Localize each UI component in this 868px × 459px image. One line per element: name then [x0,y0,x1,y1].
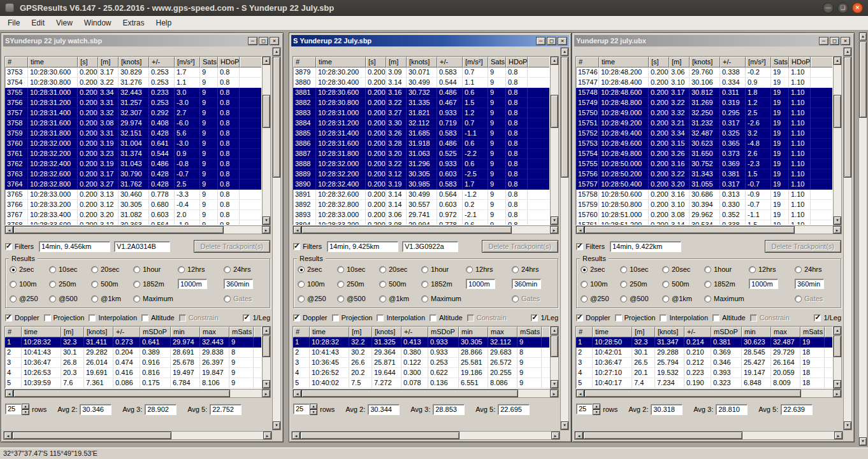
checkbox-constrain[interactable]: Constrain [179,314,219,321]
scrollbar-thumb[interactable] [551,335,558,357]
column-header[interactable]: max [200,327,229,337]
rows-spinner[interactable]: 25 ▲ ▼ [5,404,29,415]
column-header[interactable]: # [5,57,28,67]
radio-24hrs[interactable]: 24hrs [512,265,554,273]
result-row[interactable]: 410:27:1020.119.5320.2230.39319.14720.05… [576,368,832,378]
spinner-up-icon[interactable]: ▲ [593,404,600,409]
radio-12hrs[interactable]: 12hrs [466,265,512,273]
results-vertical-scrollbar[interactable]: ▲ ▼ [833,326,842,389]
radio-500[interactable]: @500 [620,295,662,302]
scroll-up-icon[interactable]: ▲ [859,32,867,41]
scroll-right-icon[interactable]: ► [551,432,560,439]
column-header[interactable]: [s] [78,57,98,67]
trackpoint-row[interactable]: 389410:28:33.2000.2003.0829.9940.7780.69… [293,220,549,225]
results-vertical-scrollbar[interactable]: ▲ ▼ [262,326,271,389]
column-header[interactable]: time [599,57,649,67]
result-row[interactable]: 110:28:5032.331.3470.2140.38130.62332.48… [576,337,832,348]
column-header[interactable]: HDoP [506,57,528,67]
trackpoint-horizontal-scrollbar[interactable]: ◄ ► [575,225,842,234]
scroll-right-icon[interactable]: ► [834,432,843,439]
window-horizontal-scrollbar[interactable]: ◄ ► [3,431,272,440]
window-horizontal-scrollbar[interactable]: ◄ ► [574,431,843,440]
scroll-right-icon[interactable]: ► [550,226,558,234]
spinner-down-icon[interactable]: ▼ [310,409,317,415]
radio-100m[interactable]: 100m [581,280,620,288]
scroll-down-icon[interactable]: ▼ [551,216,558,225]
scroll-up-icon[interactable]: ▲ [551,327,558,335]
radio-500[interactable]: @500 [49,295,91,302]
result-row[interactable]: 110:28:3232.331.4110.2730.64129.97432.44… [5,337,261,348]
distance-input[interactable]: 1000m [749,279,778,289]
column-header[interactable]: [knots] [372,327,401,337]
trackpoint-horizontal-scrollbar[interactable]: ◄ ► [293,225,559,234]
column-header[interactable]: time [593,327,632,337]
scroll-down-icon[interactable]: ▼ [263,216,270,225]
radio-20sec[interactable]: 20sec [91,265,133,273]
trackpoint-row[interactable]: 1574710:28:48.4000.2003.1030.1060.3340.9… [576,78,832,88]
scroll-down-icon[interactable]: ▼ [844,421,851,430]
checkbox-projection[interactable]: Projection [332,314,373,321]
scroll-right-icon[interactable]: ► [263,432,271,439]
column-header[interactable]: [m] [669,57,690,67]
scroll-down-icon[interactable]: ▼ [263,380,270,388]
scrollbar-thumb[interactable] [301,226,512,234]
scroll-down-icon[interactable]: ▼ [834,380,841,388]
radio-20sec[interactable]: 20sec [379,265,421,273]
scrollbar-thumb[interactable] [273,57,280,178]
checkbox-altitude[interactable]: Altitude [141,314,175,321]
trackpoint-row[interactable]: 388010:28:30.4000.2003.1430.4990.5441.19… [293,78,549,88]
radio-250m[interactable]: 250m [620,280,662,288]
rows-count-field[interactable]: 25 [576,404,593,414]
trackpoint-row[interactable]: 1574810:28:48.6000.2003.1730.8120.3111.8… [576,88,832,98]
mdi-vertical-scrollbar[interactable]: ▲ ▼ [858,32,867,446]
time-input[interactable]: 360min [224,279,253,289]
trackpoint-row[interactable]: 376610:28:33.2000.2003.1230.3050.680-0.4… [5,200,261,210]
trackpoint-row[interactable]: 387910:28:30.2000.2003.0930.0710.5830.79… [293,67,549,78]
column-header[interactable]: time [28,57,78,67]
window-vertical-scrollbar[interactable]: ▲ ▼ [843,47,852,430]
trackpoint-row[interactable]: 1575710:28:50.4000.2003.2031.0550.317-0.… [576,180,832,190]
column-header[interactable]: +/- [113,327,140,337]
checkbox-doppler[interactable]: ✓Doppler [293,314,328,321]
column-header[interactable]: [knots] [119,57,149,67]
column-header[interactable]: Sats [488,57,506,67]
checkbox-interpolation[interactable]: Interpolation [660,314,708,321]
column-header[interactable]: time [316,57,366,67]
child-close-button[interactable]: × [841,37,850,45]
radio-1852m[interactable]: 1852m [704,280,749,288]
trackpoint-row[interactable]: 389110:28:32.6000.2003.1430.4990.564-1.2… [293,190,549,200]
radio-1852m[interactable]: 1852m [133,280,178,288]
trackpoint-row[interactable]: 375910:28:31.8000.2003.3132.1510.4285.69… [5,129,261,139]
trackpoint-table[interactable]: #time[s][m][knots]+/-[m/s²]SatsHDoP 3879… [293,56,550,225]
scroll-left-icon[interactable]: ◄ [576,390,584,397]
result-row[interactable]: 310:36:4726.525.7940.2120.34625.42726.16… [576,358,832,368]
os-titlebar[interactable]: GPSResults V6.147 - 25.02.2016 - www.gps… [0,0,868,16]
scroll-left-icon[interactable]: ◄ [5,390,13,397]
scroll-left-icon[interactable]: ◄ [293,226,301,234]
checkbox-projection[interactable]: Projection [44,314,85,321]
result-row[interactable]: 210:41:4330.129.2820.2040.38928.69129.83… [5,348,261,358]
rows-spinner[interactable]: 25 ▲ ▼ [293,404,317,415]
scroll-down-icon[interactable]: ▼ [551,380,558,388]
spinner-up-icon[interactable]: ▲ [22,404,29,409]
trackpoint-vertical-scrollbar[interactable]: ▲ ▼ [833,56,842,225]
window-vertical-scrollbar[interactable]: ▲ ▼ [560,47,569,430]
child-minimize-button[interactable]: – [819,37,828,45]
trackpoint-row[interactable]: 1575210:28:49.4000.2003.3432.4870.3253.2… [576,129,832,139]
radio-24hrs[interactable]: 24hrs [224,265,266,273]
scroll-up-icon[interactable]: ▲ [551,57,558,65]
scrollbar-thumb[interactable] [551,95,558,128]
result-row[interactable]: 410:26:5320.319.6910.4160.81619.49719.84… [5,368,261,378]
child-titlebar[interactable]: SYunderup 22 july watch.sbp – □ × [3,35,281,46]
trackpoint-row[interactable]: 1575310:28:49.6000.2003.1530.6230.365-4.… [576,139,832,149]
trackpoint-row[interactable]: 1576110:28:51.2000.2003.1430.5340.3381.5… [576,220,832,225]
scrollbar-thumb[interactable] [300,432,459,439]
result-row[interactable]: 510:40:027.57.2720.0780.1366.5518.0869 [293,378,549,388]
trackpoint-row[interactable]: 376110:28:32.2000.2003.2331.3740.5440.99… [5,149,261,159]
column-header[interactable]: time [22,327,61,337]
scrollbar-thumb[interactable] [301,390,518,397]
child-maximize-button[interactable]: □ [547,37,556,45]
rows-count-field[interactable]: 25 [293,404,310,414]
radio-gates[interactable]: Gates [224,295,266,302]
radio-250[interactable]: @250 [581,295,620,302]
